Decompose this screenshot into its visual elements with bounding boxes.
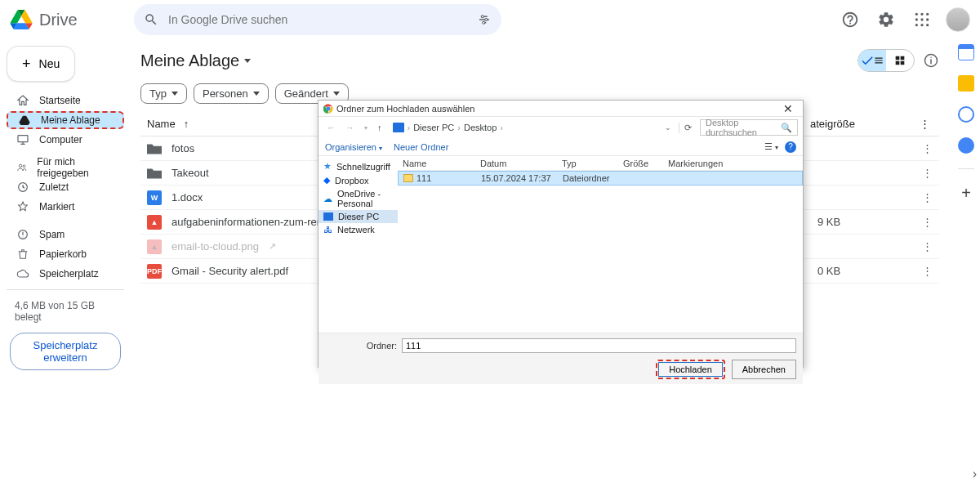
col-date[interactable]: Datum (475, 159, 557, 168)
docx-icon: W (147, 190, 162, 205)
more-icon[interactable]: ⋮ (922, 142, 933, 154)
nav-forward-icon[interactable]: → (342, 123, 358, 132)
list-view-icon[interactable] (858, 50, 886, 71)
search-icon: 🔍 (781, 123, 792, 133)
sidebar-item-mydrive[interactable]: Meine Ablage (7, 111, 124, 129)
svg-point-14 (23, 165, 25, 168)
pc-icon (323, 212, 333, 221)
keep-icon[interactable] (958, 75, 974, 92)
view-mode-icon[interactable]: ☰ ▾ (764, 141, 778, 152)
dialog-list-row[interactable]: 111 15.07.2024 17:37 Dateiordner (398, 171, 803, 186)
col-size[interactable]: Größe (618, 159, 663, 168)
dialog-title: Ordner zum Hochladen auswählen (336, 104, 474, 114)
svg-point-7 (920, 18, 923, 20)
nav-up-icon[interactable]: ↑ (374, 123, 385, 132)
logo-area[interactable]: Drive (10, 8, 124, 31)
add-addon-icon[interactable]: + (961, 184, 971, 203)
svg-point-3 (915, 13, 918, 16)
chevron-right-icon: › (500, 123, 503, 132)
upload-button[interactable]: Hochladen (658, 362, 723, 377)
sidebar-item-trash[interactable]: Papierkorb (7, 245, 124, 263)
sort-up-icon[interactable]: ↑ (184, 118, 189, 130)
file-name: email-to-cloud.png (172, 240, 259, 253)
star-icon (16, 200, 29, 213)
new-folder-button[interactable]: Neuer Ordner (394, 142, 448, 152)
account-avatar[interactable] (946, 7, 970, 32)
dialog-footer: Ordner: Hochladen Abbrechen (318, 333, 803, 384)
search-input[interactable] (168, 13, 467, 26)
drive-icon (18, 114, 31, 127)
help-icon[interactable] (838, 7, 862, 32)
svg-rect-12 (18, 136, 28, 142)
file-size: 9 KB (817, 216, 915, 228)
apps-icon[interactable] (910, 7, 934, 32)
home-icon (16, 94, 29, 107)
dialog-search[interactable]: Desktop durchsuchen 🔍 (700, 119, 798, 136)
col-tags[interactable]: Markierungen (663, 159, 728, 168)
search-options-icon[interactable] (477, 12, 492, 27)
quick-access[interactable]: ★Schnellzugriff (318, 159, 398, 173)
onedrive-icon: ☁ (323, 194, 332, 204)
folder-icon (147, 168, 162, 179)
header-actions (838, 7, 970, 32)
caret-down-icon (333, 92, 340, 96)
crumb-dropdown-icon[interactable]: ⌄ (665, 123, 671, 132)
chevron-right-icon: › (408, 123, 411, 132)
contacts-icon[interactable] (958, 137, 974, 154)
sidebar-item-shared[interactable]: Für mich freigegeben (7, 159, 124, 177)
svg-point-13 (19, 164, 21, 167)
page-title[interactable]: Meine Ablage (140, 51, 251, 70)
search-bar[interactable] (134, 4, 501, 35)
dropbox[interactable]: ◆Dropbox (318, 173, 398, 187)
svg-point-19 (327, 106, 331, 110)
grid-view-icon[interactable] (886, 50, 914, 71)
crumb-desktop[interactable]: Desktop (464, 123, 497, 132)
calendar-icon[interactable] (958, 44, 974, 60)
more-icon[interactable]: ⋮ (916, 118, 933, 130)
help-blue-icon[interactable]: ? (785, 141, 796, 153)
file-size: 0 KB (817, 265, 915, 277)
sidebar-item-home[interactable]: Startseite (7, 92, 124, 110)
refresh-icon[interactable]: ⟳ (679, 123, 697, 133)
new-button[interactable]: + Neu (7, 46, 75, 82)
col-name[interactable]: Name (398, 159, 475, 168)
sidebar-item-computers[interactable]: Computer (7, 131, 124, 149)
nav-history-icon[interactable]: ▾ (361, 124, 371, 132)
chip-type[interactable]: Typ (140, 83, 187, 104)
col-size[interactable]: ateigröße (810, 118, 908, 130)
more-icon[interactable]: ⋮ (922, 216, 933, 228)
sidebar-item-label: Startseite (39, 95, 81, 106)
organize-menu[interactable]: Organisieren ▾ (325, 142, 382, 152)
more-icon[interactable]: ⋮ (922, 191, 933, 203)
tasks-icon[interactable] (958, 106, 974, 123)
this-pc[interactable]: Dieser PC (318, 210, 398, 223)
cloud-icon (16, 267, 29, 280)
more-icon[interactable]: ⋮ (922, 265, 933, 277)
crumb-pc[interactable]: Dieser PC (413, 123, 454, 132)
sidebar-item-storage[interactable]: Speicherplatz (7, 265, 124, 283)
col-name[interactable]: Name (147, 118, 176, 130)
chip-people[interactable]: Personen (194, 83, 269, 104)
more-icon[interactable]: ⋮ (922, 167, 933, 179)
settings-icon[interactable] (874, 7, 898, 32)
sidebar-item-label: Computer (39, 134, 82, 145)
sidebar-item-recent[interactable]: Zuletzt (7, 178, 124, 196)
expand-storage-button[interactable]: Speicherplatz erweitern (10, 333, 121, 370)
col-type[interactable]: Typ (557, 159, 618, 168)
folder-name-input[interactable] (402, 338, 796, 353)
close-icon[interactable]: ✕ (778, 102, 798, 115)
dialog-titlebar: Ordner zum Hochladen auswählen ✕ (318, 101, 803, 117)
show-side-panel-icon[interactable]: › (973, 467, 977, 481)
cancel-button[interactable]: Abbrechen (732, 360, 796, 379)
network[interactable]: 🖧Netzwerk (318, 223, 398, 236)
svg-point-4 (920, 13, 923, 16)
info-icon[interactable] (923, 52, 939, 69)
nav-back-icon[interactable]: ← (323, 123, 339, 132)
view-toggle[interactable] (858, 49, 915, 72)
sidebar-item-spam[interactable]: Spam (7, 226, 124, 244)
breadcrumb[interactable]: › Dieser PC › Desktop › ⌄ (389, 119, 676, 136)
onedrive[interactable]: ☁OneDrive - Personal (318, 187, 398, 210)
more-icon[interactable]: ⋮ (922, 240, 933, 253)
sidebar-item-starred[interactable]: Markiert (7, 198, 124, 216)
file-picker-dialog: Ordner zum Hochladen auswählen ✕ ← → ▾ ↑… (318, 100, 804, 368)
